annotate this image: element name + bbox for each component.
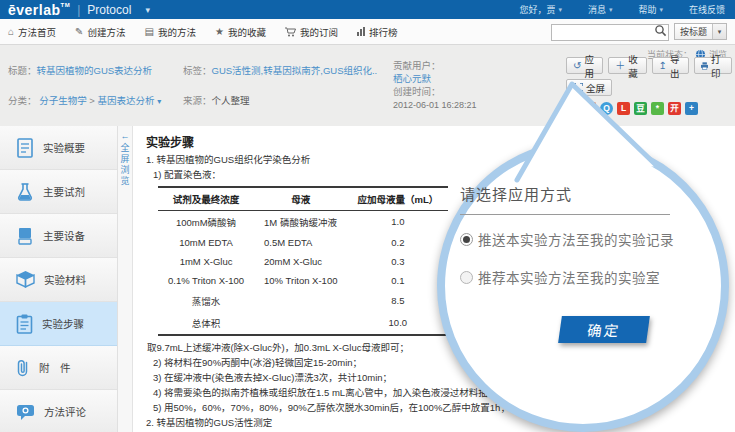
- sidebar-item-label: 主要试剂: [43, 184, 85, 199]
- share-more-icon[interactable]: +: [685, 102, 698, 115]
- topbar: ēverlabTM | Protocol ▾ 您好，贾▾ 消息▾ 帮助▾ 在线反…: [0, 0, 735, 19]
- contributor-label: 贡献用户：: [393, 59, 477, 72]
- meta-category: 分类： 分子生物学 > 基因表达分析 ▾: [8, 93, 161, 107]
- cell: 0.1% Triton X-100: [158, 271, 254, 290]
- export-label: 导出: [670, 52, 682, 80]
- table-header: 应加母液量（mL）: [347, 187, 448, 211]
- help-menu[interactable]: 帮助▾: [638, 3, 663, 16]
- nav-label: 我的方法: [158, 25, 196, 39]
- title-link[interactable]: 转基因植物的GUS表达分析: [37, 65, 153, 76]
- logo[interactable]: ēverlabTM: [8, 2, 70, 18]
- export-button[interactable]: ↥导出: [652, 57, 689, 74]
- messages-menu[interactable]: 消息▾: [588, 3, 613, 16]
- nav-create-method[interactable]: ✎创建方法: [75, 25, 125, 39]
- cell: 20mM X-Gluc: [254, 252, 347, 271]
- messages-label: 消息: [588, 3, 606, 16]
- cell: 0.5M EDTA: [254, 233, 347, 252]
- confirm-button[interactable]: 确定: [558, 316, 650, 343]
- user-menu[interactable]: 您好，贾▾: [519, 3, 562, 16]
- nav-method-home[interactable]: ⌂方法首页: [8, 25, 56, 39]
- search-box-wrap: [551, 22, 669, 42]
- sidebar-item-label: 主要设备: [43, 228, 85, 243]
- navbar: ⌂方法首页 ✎创建方法 ▤我的方法 ★我的收藏 我的订阅 排行榜 按标题 ▾: [0, 19, 735, 45]
- sidebar-item-steps[interactable]: 实验步骤: [0, 302, 117, 346]
- top-links: 您好，贾▾ 消息▾ 帮助▾ 在线反馈: [519, 3, 725, 16]
- arrow-left-icon: ←: [121, 131, 130, 141]
- nav-my-methods[interactable]: ▤我的方法: [144, 25, 195, 39]
- contributor-link[interactable]: 栖心元默: [393, 73, 431, 84]
- sidebar-item-equipment[interactable]: 主要设备: [0, 214, 117, 258]
- table-header-row: 试剂及最终浓度 母液 应加母液量（mL）: [158, 187, 448, 211]
- apply-label: 应用: [584, 52, 596, 80]
- sidebar-item-comments[interactable]: 方法评论: [0, 390, 117, 432]
- search-filter-select[interactable]: 按标题 ▾: [674, 23, 727, 40]
- category-label: 分类：: [8, 95, 37, 106]
- tags-links[interactable]: GUS活性测,转基因拟南芥,GUS组织化..: [212, 65, 378, 76]
- cart-icon: [285, 27, 296, 37]
- table-row: 蒸馏水8.5: [158, 290, 448, 312]
- meta-contributor: 贡献用户： 栖心元默 创建时间： 2012-06-01 16:28:21: [393, 59, 477, 112]
- favorite-icon: ＋: [615, 61, 625, 71]
- favorite-label: 收藏: [628, 52, 639, 80]
- popup-body: 请选择应用方式 推送本实验方法至我的实验记录 推荐本实验方法至我的实验室 确定: [460, 183, 702, 305]
- radio-unselected-icon[interactable]: [460, 271, 473, 284]
- cell: 8.5: [347, 290, 448, 312]
- nav-my-favorites[interactable]: ★我的收藏: [215, 25, 266, 39]
- sidebar-item-attachments[interactable]: 附 件: [0, 346, 117, 390]
- nav-ranking[interactable]: 排行榜: [357, 25, 398, 39]
- equipment-icon: [16, 226, 34, 246]
- chevron-down-icon: ▾: [558, 6, 562, 14]
- nav-label: 我的收藏: [228, 25, 266, 39]
- chevron-down-icon[interactable]: ▾: [157, 97, 161, 106]
- meta-tags: 标签：GUS活性测,转基因拟南芥,GUS组织化..: [183, 63, 391, 77]
- flask-icon: [16, 182, 34, 202]
- fullscreen-browse-strip[interactable]: ← 全屏浏览: [118, 126, 133, 432]
- category-link[interactable]: 基因表达分析: [98, 95, 155, 106]
- popup-title: 请选择应用方式: [460, 183, 702, 204]
- cell: 10.0: [347, 312, 448, 335]
- nav-label: 方法首页: [18, 25, 56, 39]
- search-icon[interactable]: [654, 24, 667, 37]
- sidebar-item-overview[interactable]: 实验概要: [0, 126, 117, 170]
- fullscreen-browse-label: 全屏浏览: [119, 143, 132, 187]
- document-icon: ▤: [144, 26, 153, 37]
- radio-selected-icon[interactable]: [460, 233, 473, 246]
- search-area: 按标题 ▾: [551, 22, 727, 42]
- staining-solution-table: 试剂及最终浓度 母液 应加母液量（mL） 100mM磷酸钠1M 磷酸钠缓冲液1.…: [158, 186, 448, 336]
- feedback-link[interactable]: 在线反馈: [689, 3, 725, 16]
- logo-tm: TM: [61, 2, 71, 8]
- created-label: 创建时间：: [393, 85, 477, 98]
- bar-chart-icon: [357, 27, 365, 36]
- option-recommend-to-lab[interactable]: 推荐本实验方法至我的实验室: [460, 267, 702, 287]
- cell: 0.3: [347, 252, 448, 271]
- created-value: 2012-06-01 16:28:21: [393, 100, 477, 110]
- apply-button[interactable]: ↺应用: [566, 57, 603, 74]
- cell: 总体积: [158, 312, 254, 335]
- box-icon: [16, 270, 35, 289]
- cell: [254, 290, 347, 312]
- source-value: 个人整理: [212, 95, 250, 106]
- nav-my-subscriptions[interactable]: 我的订阅: [285, 25, 338, 39]
- cell: 1mM X-Gluc: [158, 252, 254, 271]
- sidebar-item-label: 附 件: [39, 360, 71, 375]
- sidebar-item-materials[interactable]: 实验材料: [0, 258, 117, 302]
- sidebar-item-label: 实验步骤: [42, 316, 84, 331]
- category-link[interactable]: 分子生物学: [39, 95, 87, 106]
- print-button[interactable]: 打印: [694, 57, 732, 74]
- category-separator: >: [89, 95, 95, 106]
- meta-title: 标题：转基因植物的GUS表达分析: [8, 63, 152, 77]
- table-row: 0.1% Triton X-10010% Triton X-1000.1: [158, 271, 448, 290]
- search-filter-value: 按标题: [675, 25, 712, 38]
- chevron-down-icon[interactable]: ▾: [145, 5, 150, 15]
- cell: 100mM磷酸钠: [158, 210, 254, 233]
- chevron-down-icon: ▾: [609, 6, 613, 14]
- chevron-down-icon: ▾: [659, 6, 663, 14]
- search-input[interactable]: [551, 24, 669, 41]
- logo-divider: |: [77, 3, 80, 17]
- clipboard-icon: [16, 314, 33, 334]
- sidebar-item-reagents[interactable]: 主要试剂: [0, 170, 117, 214]
- cell: 1.0: [347, 210, 448, 233]
- table-row: 总体积10.0: [158, 312, 448, 335]
- favorite-button[interactable]: ＋收藏: [608, 57, 646, 74]
- option-push-to-records[interactable]: 推送本实验方法至我的实验记录: [460, 229, 702, 249]
